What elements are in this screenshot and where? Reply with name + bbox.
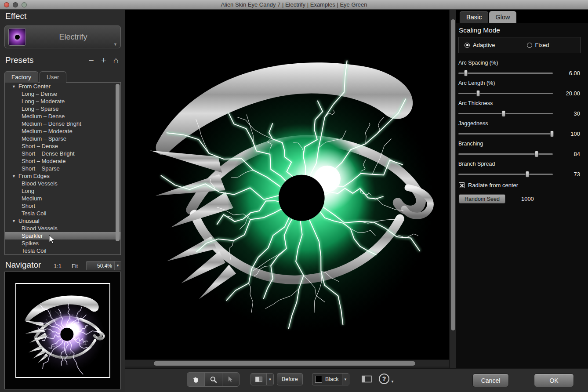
horizontal-scrollbar[interactable] (125, 359, 449, 367)
tab-basic[interactable]: Basic (460, 11, 488, 23)
preset-item[interactable]: Blood Vessels (5, 180, 120, 187)
preset-group-label: From Edges (18, 173, 50, 179)
preset-item[interactable]: Short – Dense (5, 142, 120, 150)
slider-value: 30 (553, 110, 580, 117)
preset-item[interactable]: Medium (5, 195, 120, 202)
preset-item[interactable]: Medium – Moderate (5, 127, 120, 135)
slider-label: Branching (458, 141, 585, 147)
preset-list-scrollbar[interactable] (116, 83, 120, 253)
tab-user[interactable]: User (40, 71, 66, 83)
preset-item[interactable]: Spikes (5, 240, 120, 247)
slider-label: Arc Thickness (458, 100, 585, 106)
slider-value: 6.00 (553, 70, 580, 76)
vertical-scrollbar[interactable] (449, 10, 456, 368)
preview-split-button[interactable] (251, 374, 266, 385)
navigator-thumbnail[interactable] (15, 283, 110, 378)
chevron-down-icon: ▼ (391, 380, 394, 384)
scrollbar-thumb[interactable] (451, 19, 455, 330)
slider-group: Jaggedness100 (458, 120, 585, 141)
radio-fixed[interactable]: Fixed (527, 42, 549, 48)
preset-item[interactable]: Long – Moderate (5, 98, 120, 105)
preset-item[interactable]: Short – Dense Bright (5, 150, 120, 157)
hand-tool-button[interactable] (187, 373, 204, 386)
help-menu[interactable]: ? ▼ (379, 374, 394, 384)
slider-thumb[interactable] (525, 171, 529, 178)
radiate-checkbox-row[interactable]: Radiate from center (459, 182, 518, 189)
titlebar: Alien Skin Eye Candy 7 | Electrify | Exa… (0, 0, 588, 10)
zoom-tool-button[interactable] (204, 373, 221, 386)
preset-list-rows: ▼From CenterLong – DenseLong – ModerateL… (5, 83, 120, 254)
random-seed-button[interactable]: Random Seed (459, 194, 505, 203)
preset-item[interactable]: Medium – Sparse (5, 135, 120, 142)
slider-track[interactable] (458, 113, 553, 114)
preset-item[interactable]: Short – Moderate (5, 157, 120, 165)
navigator-panel (4, 272, 121, 389)
preset-group-label: Unusual (18, 218, 40, 224)
preview-canvas[interactable] (125, 10, 449, 359)
preset-group-label: From Center (18, 83, 51, 90)
slider-label: Arc Spacing (%) (458, 60, 585, 66)
panel-layout-icon (362, 375, 372, 383)
radio-unselected-icon (527, 43, 532, 48)
preset-item[interactable]: Blood Vessels (5, 225, 120, 232)
tool-group (187, 372, 240, 387)
fit-button[interactable]: Fit (72, 263, 78, 269)
radio-adaptive[interactable]: Adaptive (465, 42, 495, 48)
preset-group-header[interactable]: ▼From Center (5, 83, 120, 90)
slider-track[interactable] (458, 133, 553, 134)
chevron-down-icon[interactable]: ▼ (266, 374, 273, 385)
cancel-button[interactable]: Cancel (472, 374, 509, 387)
preset-item[interactable]: Long (5, 187, 120, 195)
scrollbar-thumb[interactable] (154, 361, 415, 366)
preview-image (125, 10, 449, 359)
electrify-thumbnail-icon (8, 28, 26, 46)
preset-item[interactable]: Short – Sparse (5, 165, 120, 172)
slider-thumb[interactable] (464, 70, 468, 76)
scaling-mode-group: Adaptive Fixed (458, 37, 581, 53)
preset-item[interactable]: Sparkler (5, 232, 120, 240)
settings-tabs: Basic Glow (456, 10, 588, 23)
slider-group: Arc Thickness30 (458, 100, 585, 120)
bottom-toolbar: ▼ Before Black ▼ ? ▼ Cancel OK (125, 368, 588, 392)
before-button[interactable]: Before (277, 373, 303, 385)
effect-selector[interactable]: Electrify ▼ (4, 25, 121, 48)
window-title: Alien Skin Eye Candy 7 | Electrify | Exa… (0, 1, 588, 8)
slider-track[interactable] (458, 93, 553, 94)
preset-item[interactable]: Long – Dense (5, 90, 120, 98)
tab-factory[interactable]: Factory (4, 71, 38, 83)
preset-item[interactable]: Tesla Coil (5, 210, 120, 217)
checkbox-checked-icon[interactable] (459, 182, 465, 188)
preset-item[interactable]: Tesla Coil (5, 247, 120, 254)
left-panel: Effect Electrify ▼ Presets − + ⌂ Factory… (0, 10, 125, 392)
preset-group-header[interactable]: ▼From Edges (5, 172, 120, 180)
preset-group-header[interactable]: ▼Unusual (5, 217, 120, 225)
slider-thumb[interactable] (535, 151, 539, 157)
slider-track[interactable] (458, 73, 553, 74)
chevron-down-icon: ▼ (342, 374, 349, 385)
slider-thumb[interactable] (476, 90, 480, 97)
actual-size-button[interactable]: 1:1 (54, 263, 62, 269)
home-icon[interactable]: ⌂ (113, 55, 119, 65)
background-color-dropdown[interactable]: Black ▼ (312, 373, 349, 385)
zoom-level-dropdown[interactable]: 50.4% ▼ (86, 261, 121, 270)
slider-thumb[interactable] (502, 110, 506, 117)
ok-button[interactable]: OK (534, 374, 574, 387)
help-icon: ? (379, 374, 389, 384)
preset-item[interactable]: Medium – Dense (5, 113, 120, 120)
select-tool-button[interactable] (222, 373, 239, 386)
magnifier-icon (210, 376, 218, 384)
preset-item[interactable]: Short (5, 202, 120, 210)
slider-track[interactable] (458, 174, 553, 175)
preset-item[interactable]: Medium – Dense Bright (5, 120, 120, 127)
tab-glow[interactable]: Glow (489, 11, 516, 23)
slider-thumb[interactable] (550, 131, 554, 137)
navigator-heading: Navigator (5, 260, 41, 270)
slider-label: Arc Length (%) (458, 80, 585, 86)
preset-item[interactable]: Long – Sparse (5, 105, 120, 113)
scrollbar-thumb[interactable] (116, 84, 120, 241)
remove-preset-button[interactable]: − (88, 55, 94, 65)
panel-toggle-button[interactable] (362, 375, 372, 385)
slider-track[interactable] (458, 153, 553, 155)
collapse-triangle-icon: ▼ (12, 219, 16, 223)
add-preset-button[interactable]: + (101, 55, 106, 65)
